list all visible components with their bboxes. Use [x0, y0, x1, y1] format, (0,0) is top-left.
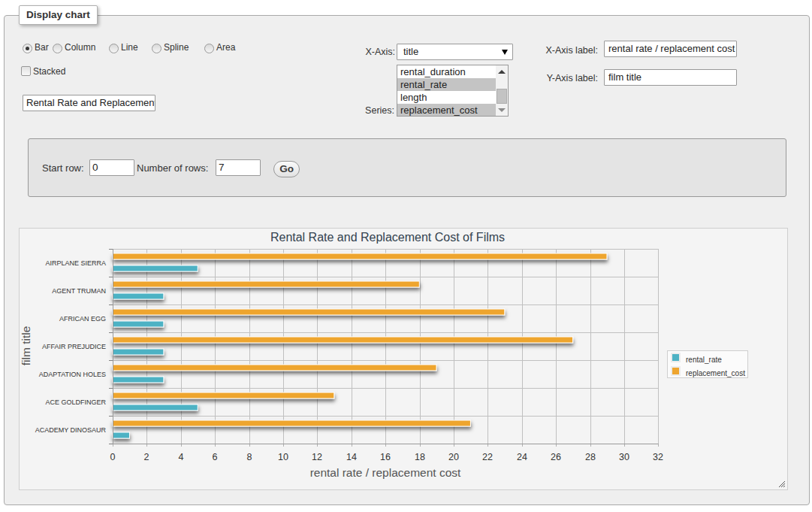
svg-text:ACADEMY DINOSAUR: ACADEMY DINOSAUR: [35, 426, 107, 434]
svg-text:rental_rate: rental_rate: [686, 356, 722, 364]
svg-text:Rental Rate and Replacement Co: Rental Rate and Replacement Cost of Film…: [270, 231, 505, 244]
svg-text:12: 12: [312, 452, 322, 462]
svg-text:8: 8: [247, 452, 252, 462]
svg-text:AFRICAN EGG: AFRICAN EGG: [59, 315, 106, 323]
svg-text:rental rate / replacement cost: rental rate / replacement cost: [310, 466, 461, 479]
svg-text:10: 10: [278, 452, 288, 462]
svg-text:30: 30: [619, 452, 629, 462]
svg-text:0: 0: [110, 452, 116, 462]
svg-text:2: 2: [144, 452, 149, 462]
svg-text:replacement_cost: replacement_cost: [686, 369, 745, 377]
svg-text:26: 26: [551, 452, 561, 462]
svg-text:28: 28: [585, 452, 596, 462]
svg-text:24: 24: [517, 452, 527, 462]
svg-text:AGENT TRUMAN: AGENT TRUMAN: [52, 287, 106, 295]
svg-text:AFFAIR PREJUDICE: AFFAIR PREJUDICE: [42, 343, 106, 350]
svg-text:4: 4: [179, 452, 184, 462]
svg-text:16: 16: [380, 452, 391, 462]
svg-text:20: 20: [448, 452, 459, 462]
svg-text:ADAPTATION HOLES: ADAPTATION HOLES: [39, 371, 106, 378]
svg-text:18: 18: [415, 452, 425, 462]
svg-text:film title: film title: [20, 326, 32, 366]
svg-text:14: 14: [346, 452, 357, 462]
svg-text:6: 6: [213, 452, 218, 462]
svg-text:32: 32: [653, 452, 663, 462]
svg-text:AIRPLANE SIERRA: AIRPLANE SIERRA: [45, 259, 106, 267]
svg-text:ACE GOLDFINGER: ACE GOLDFINGER: [45, 398, 106, 406]
svg-text:22: 22: [482, 452, 493, 462]
